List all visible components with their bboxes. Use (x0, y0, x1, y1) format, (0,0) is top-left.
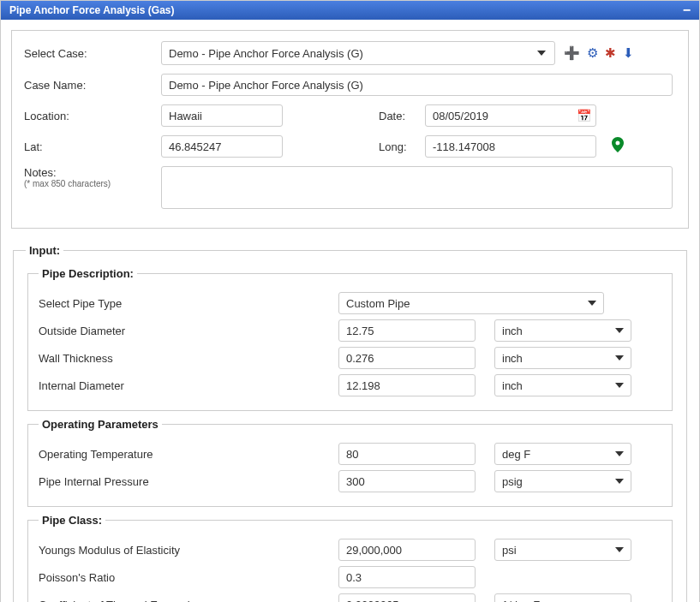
pipe-description-fieldset: Pipe Description: Select Pipe Type Custo… (27, 267, 673, 411)
case-actions: ➕ ⚙ ✱ ⬇ (564, 45, 634, 61)
cte-unit-select[interactable]: 1/deg F (494, 593, 631, 602)
row-pipe-type: Select Pipe Type Custom Pipe (39, 292, 661, 314)
od-input[interactable] (338, 319, 476, 342)
input-fieldset: Input: Pipe Description: Select Pipe Typ… (13, 244, 687, 602)
row-outside-diameter: Outside Diameter inch (39, 319, 661, 342)
operating-parameters-fieldset: Operating Parameters Operating Temperatu… (27, 418, 673, 507)
wt-unit-select[interactable]: inch (494, 347, 631, 369)
row-case-name: Case Name: (24, 74, 676, 96)
op-press-input[interactable] (338, 470, 476, 492)
op-temp-unit-select[interactable]: deg F (494, 443, 631, 465)
label-location: Location: (24, 110, 161, 122)
label-select-case: Select Case: (24, 47, 161, 60)
notes-textarea[interactable] (161, 166, 673, 209)
calendar-icon[interactable]: 📅 (577, 109, 591, 122)
row-select-case: Select Case: Demo - Pipe Anchor Force An… (24, 41, 676, 65)
id-input[interactable] (338, 374, 476, 396)
op-press-unit-select[interactable]: psig (494, 470, 631, 492)
label-wt: Wall Thickness (39, 352, 338, 365)
poisson-input[interactable] (338, 566, 476, 588)
label-lat: Lat: (24, 140, 161, 153)
row-op-press: Pipe Internal Pressure psig (39, 470, 661, 492)
label-date: Date: (379, 110, 425, 122)
wt-input[interactable] (338, 347, 476, 369)
titlebar: Pipe Anchor Force Analysis (Gas) − (1, 1, 699, 20)
row-youngs: Youngs Modulus of Elasticity psi (39, 539, 661, 561)
row-poisson: Poisson's Ratio (39, 566, 661, 588)
youngs-input[interactable] (338, 539, 476, 561)
pipe-type-select[interactable]: Custom Pipe (338, 292, 604, 314)
pipe-description-legend: Pipe Description: (39, 267, 137, 280)
cte-input[interactable] (338, 593, 476, 602)
long-input[interactable] (425, 135, 596, 158)
app-window: Pipe Anchor Force Analysis (Gas) − Selec… (0, 0, 700, 602)
row-lat-long: Lat: Long: (24, 135, 676, 158)
row-cte: Coefficient of Thermal Expansion 1/deg F (39, 593, 661, 602)
map-pin-icon[interactable] (612, 137, 624, 157)
download-icon[interactable]: ⬇ (623, 45, 634, 61)
row-op-temp: Operating Temperature deg F (39, 443, 661, 465)
date-input[interactable] (425, 104, 596, 127)
window-title: Pipe Anchor Force Analysis (Gas) (9, 4, 175, 16)
minimize-button[interactable]: − (683, 6, 691, 15)
label-poisson: Poisson's Ratio (39, 571, 338, 584)
row-notes: Notes: (* max 850 characters) (24, 166, 676, 209)
label-case-name: Case Name: (24, 79, 161, 92)
row-wall-thickness: Wall Thickness inch (39, 347, 661, 369)
case-name-input[interactable] (161, 74, 673, 96)
pipe-class-legend: Pipe Class: (39, 514, 105, 527)
label-cte: Coefficient of Thermal Expansion (39, 599, 338, 603)
select-case-dropdown[interactable]: Demo - Pipe Anchor Force Analysis (G) (161, 41, 555, 65)
label-id: Internal Diameter (39, 379, 338, 392)
notes-hint: (* max 850 characters) (24, 179, 161, 188)
youngs-unit-select[interactable]: psi (494, 539, 631, 561)
id-unit-select[interactable]: inch (494, 374, 631, 396)
add-icon[interactable]: ➕ (564, 45, 580, 61)
row-location-date: Location: Date: 📅 (24, 104, 676, 127)
op-temp-input[interactable] (338, 443, 476, 465)
input-legend: Input: (26, 244, 63, 257)
lat-input[interactable] (161, 135, 283, 158)
label-youngs: Youngs Modulus of Elasticity (39, 544, 338, 557)
label-od: Outside Diameter (39, 325, 338, 337)
label-op-press: Pipe Internal Pressure (39, 475, 338, 488)
label-op-temp: Operating Temperature (39, 448, 338, 461)
gear-icon[interactable]: ⚙ (587, 45, 598, 61)
case-panel: Select Case: Demo - Pipe Anchor Force An… (11, 30, 689, 229)
row-internal-diameter: Internal Diameter inch (39, 374, 661, 396)
operating-parameters-legend: Operating Parameters (39, 418, 162, 431)
content-area: Select Case: Demo - Pipe Anchor Force An… (1, 20, 699, 602)
label-pipe-type: Select Pipe Type (39, 297, 338, 310)
location-input[interactable] (161, 104, 283, 127)
od-unit-select[interactable]: inch (494, 319, 631, 342)
label-long: Long: (379, 140, 425, 153)
pipe-class-fieldset: Pipe Class: Youngs Modulus of Elasticity… (27, 514, 673, 602)
share-icon[interactable]: ✱ (605, 45, 616, 61)
label-notes: Notes: (* max 850 characters) (24, 166, 161, 188)
